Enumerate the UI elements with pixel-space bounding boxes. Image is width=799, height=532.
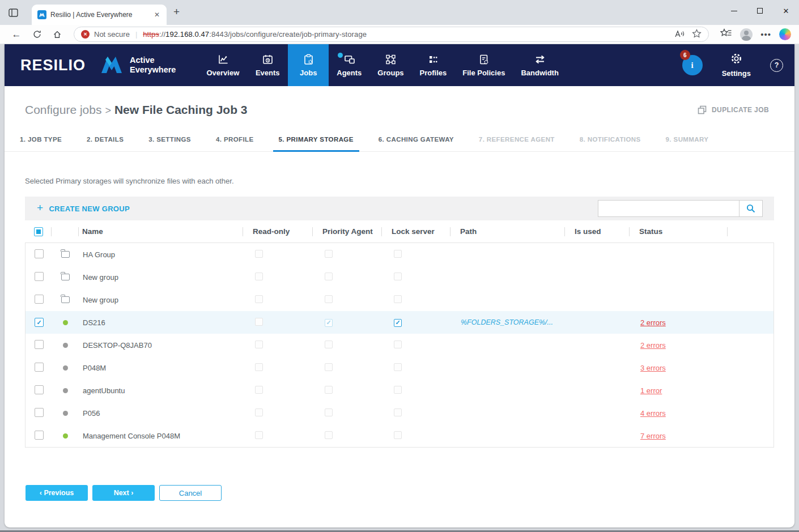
- row-select-checkbox[interactable]: [35, 295, 44, 304]
- nav-item-label: File Policies: [462, 69, 505, 77]
- row-select-checkbox[interactable]: [35, 272, 44, 281]
- cancel-button[interactable]: Cancel: [159, 485, 222, 501]
- nav-item-settings[interactable]: Settings: [722, 53, 751, 78]
- column-header-status[interactable]: Status: [629, 220, 727, 242]
- more-menu-icon[interactable]: •••: [760, 29, 771, 39]
- duplicate-job-button[interactable]: DUPLICATE JOB: [698, 105, 769, 114]
- nav-item-label: Overview: [206, 69, 239, 77]
- errors-link[interactable]: 1 error: [640, 386, 662, 395]
- search-input[interactable]: [598, 201, 739, 216]
- refresh-icon[interactable]: [28, 27, 45, 42]
- table-row[interactable]: ✓DS216✓✓%FOLDERS_STORAGE%/...2 errors: [26, 311, 774, 334]
- notifications-info-button[interactable]: i 6: [682, 55, 703, 75]
- row-name: agentUbuntu: [79, 386, 243, 395]
- resilio-navbar: RESILIO ActiveEverywhere OverviewEventsJ…: [5, 44, 794, 86]
- column-header-name[interactable]: Name: [78, 220, 243, 242]
- row-select-checkbox[interactable]: ✓: [35, 318, 44, 327]
- errors-link[interactable]: 2 errors: [640, 341, 666, 350]
- address-bar[interactable]: ✕ Not secure | https://192.168.0.47:8443…: [74, 27, 709, 42]
- table-row[interactable]: P048M3 errors: [26, 356, 774, 379]
- wizard-steps: 1. JOB TYPE2. DETAILS3. SETTINGS4. PROFI…: [5, 117, 794, 152]
- back-icon[interactable]: ←: [8, 27, 25, 42]
- errors-link[interactable]: 3 errors: [640, 364, 666, 372]
- read-only-checkbox: [255, 295, 263, 303]
- column-header-path[interactable]: Path: [450, 220, 564, 242]
- not-secure-label[interactable]: Not secure: [94, 30, 130, 39]
- browser-tab[interactable]: Resilio | Active Everywhere ✕: [32, 5, 167, 25]
- agents-icon: [343, 53, 356, 65]
- copilot-icon[interactable]: [779, 28, 791, 40]
- lock-server-checkbox[interactable]: ✓: [394, 319, 402, 327]
- table-row[interactable]: New group: [26, 266, 774, 288]
- table-row[interactable]: DESKTOP-Q8JAB702 errors: [26, 334, 774, 356]
- column-header-lock-server[interactable]: Lock server: [381, 220, 450, 242]
- select-all-checkbox[interactable]: [34, 227, 43, 236]
- tab-close-icon[interactable]: ✕: [152, 10, 162, 20]
- home-icon[interactable]: [49, 27, 66, 42]
- errors-link[interactable]: 7 errors: [640, 432, 666, 440]
- row-status: 2 errors: [630, 341, 728, 350]
- priority-agent-checkbox: [325, 408, 333, 416]
- nav-item-groups[interactable]: Groups: [369, 44, 411, 86]
- favorites-bar-icon[interactable]: [720, 28, 732, 40]
- wizard-step-4[interactable]: 4. PROFILE: [216, 136, 254, 151]
- row-select-checkbox[interactable]: [35, 385, 44, 394]
- url-text[interactable]: https://192.168.0.47:8443/jobs/configure…: [143, 30, 367, 39]
- wizard-step-2[interactable]: 2. DETAILS: [87, 136, 124, 151]
- settings-label: Settings: [722, 69, 751, 78]
- nav-item-agents[interactable]: Agents: [329, 44, 369, 86]
- wizard-step-6[interactable]: 6. CACHING GATEWAY: [379, 136, 454, 151]
- column-header-is-used[interactable]: Is used: [564, 220, 629, 242]
- errors-link[interactable]: 4 errors: [640, 409, 666, 418]
- nav-item-label: Profiles: [420, 69, 447, 77]
- next-button[interactable]: Next ›: [92, 485, 155, 501]
- row-select-checkbox[interactable]: [35, 431, 44, 440]
- wizard-step-1[interactable]: 1. JOB TYPE: [20, 136, 62, 151]
- column-header-read-only[interactable]: Read-only: [243, 220, 312, 242]
- maximize-icon[interactable]: [747, 0, 773, 22]
- table-row[interactable]: P0564 errors: [26, 402, 774, 424]
- table-row[interactable]: New group: [26, 288, 774, 311]
- duplicate-icon: [698, 105, 707, 114]
- nav-item-profiles[interactable]: Profiles: [412, 44, 455, 86]
- table-row[interactable]: Management Console P048M7 errors: [26, 424, 774, 447]
- nav-item-file-policies[interactable]: File Policies: [454, 44, 513, 86]
- lock-server-checkbox: [394, 341, 402, 348]
- read-aloud-icon[interactable]: [674, 29, 685, 40]
- favorite-star-icon[interactable]: [692, 29, 702, 40]
- column-header-priority-agent[interactable]: Priority Agent: [312, 220, 381, 242]
- row-path-link[interactable]: %FOLDERS_STORAGE%/...: [450, 318, 565, 326]
- resilio-page: RESILIO ActiveEverywhere OverviewEventsJ…: [5, 44, 794, 527]
- profile-avatar[interactable]: [740, 28, 753, 41]
- nav-item-jobs[interactable]: Jobs: [288, 44, 329, 86]
- help-icon[interactable]: ?: [770, 59, 783, 72]
- errors-link[interactable]: 2 errors: [640, 318, 666, 327]
- row-select-checkbox[interactable]: [35, 340, 44, 349]
- nav-item-bandwidth[interactable]: Bandwidth: [513, 44, 566, 86]
- not-secure-icon[interactable]: ✕: [81, 30, 90, 39]
- nav-item-overview[interactable]: Overview: [198, 44, 247, 86]
- previous-button[interactable]: ‹ Previous: [26, 485, 88, 501]
- breadcrumb-configure-jobs[interactable]: Configure jobs: [25, 103, 101, 116]
- row-select-checkbox[interactable]: [35, 363, 44, 372]
- read-only-checkbox: [255, 250, 263, 258]
- breadcrumb: Configure jobs>New File Caching Job 3: [25, 103, 248, 117]
- table-row[interactable]: HA Group: [26, 243, 774, 266]
- tab-actions-icon[interactable]: [6, 5, 20, 20]
- row-select-checkbox[interactable]: [35, 249, 44, 258]
- window-close-icon[interactable]: ✕: [773, 0, 799, 22]
- wizard-step-5[interactable]: 5. PRIMARY STORAGE: [279, 136, 354, 151]
- wizard-step-3[interactable]: 3. SETTINGS: [148, 136, 191, 151]
- priority-agent-checkbox: [325, 386, 333, 394]
- minimize-icon[interactable]: [721, 0, 747, 22]
- lock-server-checkbox: [394, 408, 402, 416]
- create-new-group-button[interactable]: + CREATE NEW GROUP: [37, 203, 130, 214]
- table-row[interactable]: agentUbuntu1 error: [26, 379, 774, 402]
- new-tab-icon[interactable]: +: [173, 6, 180, 18]
- row-select-checkbox[interactable]: [35, 408, 44, 417]
- priority-agent-checkbox: [325, 431, 333, 439]
- nav-item-events[interactable]: Events: [247, 44, 288, 86]
- wizard-step-7: 7. REFERENCE AGENT: [479, 136, 555, 151]
- search-button[interactable]: [739, 201, 762, 216]
- nav-item-label: Bandwidth: [521, 69, 558, 77]
